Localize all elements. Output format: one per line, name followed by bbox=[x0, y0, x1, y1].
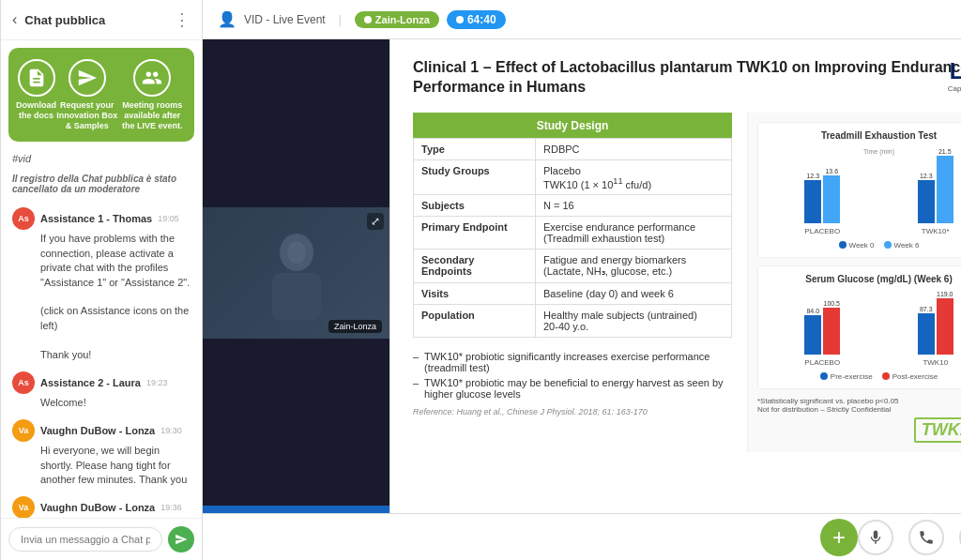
chart-area: Treadmill Exhaustion Test Time (min) 12.… bbox=[747, 113, 961, 452]
download-icon bbox=[18, 59, 55, 97]
timer-value: 64:40 bbox=[467, 13, 496, 26]
msg-avatar-2: As bbox=[12, 371, 35, 394]
table-row: Secondary Endpoints Fatigue and energy b… bbox=[414, 250, 732, 283]
footnote2: Not for distribution – Strictly Confiden… bbox=[757, 405, 961, 414]
separator: | bbox=[339, 13, 342, 26]
chart1-legend: Week 0 Week 6 bbox=[766, 241, 961, 250]
twk10-logo: TWK10 bbox=[914, 417, 961, 443]
person-icon: 👤 bbox=[218, 10, 236, 28]
legend-week6: Week 6 bbox=[884, 241, 920, 250]
row-subjects-value: N = 16 bbox=[536, 195, 732, 217]
table-header: Study Design bbox=[414, 113, 732, 138]
bullet-points: TWK10* probiotic significantly increases… bbox=[413, 351, 732, 400]
main-content: 👤 VID - Live Event | Zain-Lonza 64:40 ⋮ bbox=[203, 0, 961, 560]
msg-time-4: 19:36 bbox=[160, 503, 182, 512]
top-bar-left: 👤 VID - Live Event | Zain-Lonza 64:40 bbox=[218, 10, 506, 29]
row-secondary-label: Secondary Endpoints bbox=[414, 250, 536, 283]
back-button[interactable]: ‹ bbox=[12, 11, 17, 28]
footnote1: *Statistically significant vs. placebo p… bbox=[757, 397, 961, 405]
bar-group-twk10-1: 12.3 21.5 TWK10* bbox=[918, 148, 953, 235]
chart-footnotes: *Statistically significant vs. placebo p… bbox=[757, 397, 961, 414]
msg-text-3: Hi everyone, we will begin shortly. Plea… bbox=[40, 444, 191, 487]
bottom-bar: + bbox=[203, 513, 961, 560]
dots-menu-button[interactable]: ⋮ bbox=[174, 9, 191, 30]
bar-group-placebo1: 12.3 13.6 PLACEBO bbox=[804, 168, 840, 235]
video-inner: ⤢ Zain-Lonza bbox=[203, 207, 389, 339]
row-secondary-value: Fatigue and energy biomarkers(Lactate, N… bbox=[536, 250, 732, 283]
legend-post-label: Post-exercise bbox=[892, 372, 938, 381]
msg-avatar-1: As bbox=[12, 207, 35, 230]
row-type-label: Type bbox=[414, 138, 536, 159]
phone-button[interactable] bbox=[908, 520, 944, 555]
speaker-tag: Zain-Lonza bbox=[355, 11, 439, 28]
svg-point-2 bbox=[287, 241, 306, 264]
speaker-name: Zain-Lonza bbox=[375, 14, 430, 25]
bar-placebo-w0: 12.3 bbox=[804, 173, 821, 223]
table-row: Study Groups PlaceboTWK10 (1 × 1011 cfu/… bbox=[414, 159, 732, 195]
blue-bar bbox=[203, 506, 389, 513]
legend-week0-label: Week 0 bbox=[849, 241, 875, 250]
banner-innovation[interactable]: Request your Innovation Box & Samples bbox=[56, 59, 118, 130]
legend-week6-label: Week 6 bbox=[894, 241, 920, 250]
row-primary-value: Exercise endurance performance(Treadmill… bbox=[536, 217, 732, 250]
study-table: Study Design Type RDBPC Study Groups Pla… bbox=[413, 113, 732, 339]
msg-author-2: Assistance 2 - Laura bbox=[40, 377, 141, 388]
message-1: As Assistance 1 - Thomas 19:05 If you ha… bbox=[12, 207, 191, 362]
table-row: Visits Baseline (day 0) and week 6 bbox=[414, 283, 732, 305]
chat-banner: Download the docs Request your Innovatio… bbox=[8, 48, 194, 142]
chart1-title: Treadmill Exhaustion Test bbox=[766, 130, 961, 141]
msg-time-1: 19:05 bbox=[158, 214, 179, 223]
message-4: Va Vaughn DuBow - Lonza 19:36 Hi! bbox=[12, 496, 191, 518]
msg-time-3: 19:30 bbox=[160, 426, 182, 435]
message-3: Va Vaughn DuBow - Lonza 19:30 Hi everyon… bbox=[12, 419, 191, 487]
msg-time-2: 19:23 bbox=[146, 378, 168, 387]
hashtag-label: #vid bbox=[1, 149, 202, 168]
send-button[interactable] bbox=[168, 526, 194, 552]
chart2-bars: 84.0 100.5 PLACEBO bbox=[766, 292, 961, 367]
bullet-1: TWK10* probiotic significantly increases… bbox=[413, 351, 732, 373]
video-person bbox=[259, 226, 334, 320]
fab-button[interactable]: + bbox=[820, 519, 858, 556]
meeting-icon bbox=[133, 59, 171, 97]
banner-innovation-label: Request your Innovation Box & Samples bbox=[56, 100, 118, 130]
table-row: Population Healthy male subjects (untrai… bbox=[414, 305, 732, 338]
content-area: ⤢ Zain-Lonza Clinical 1 – Effect of Lact… bbox=[203, 39, 961, 513]
chat-input[interactable] bbox=[8, 527, 162, 552]
row-visits-label: Visits bbox=[414, 283, 536, 305]
lonza-brand: Lonza bbox=[948, 58, 961, 84]
table-row: Primary Endpoint Exercise endurance perf… bbox=[414, 217, 732, 250]
msg-author-4: Vaughn DuBow - Lonza bbox=[40, 502, 155, 513]
chat-panel-title: Chat pubblica bbox=[24, 13, 174, 27]
bullet-2: TWK10* probiotic may be beneficial to en… bbox=[413, 377, 732, 400]
chart1-bars: 12.3 13.6 PLACEBO bbox=[766, 160, 961, 235]
speaker-dot bbox=[364, 16, 372, 23]
legend-pre-label: Pre-exercise bbox=[831, 372, 873, 381]
row-type-value: RDBPC bbox=[536, 138, 732, 159]
bar-twk10-post: 119.0 bbox=[937, 291, 953, 355]
row-visits-value: Baseline (day 0) and week 6 bbox=[536, 283, 732, 305]
moderation-notice: Il registro della Chat pubblica è stato … bbox=[1, 168, 202, 200]
msg-author-3: Vaughn DuBow - Lonza bbox=[40, 425, 155, 436]
msg-text-1: If you have problems with the connection… bbox=[40, 232, 191, 362]
send-icon bbox=[69, 59, 106, 97]
msg-avatar-4: Va bbox=[12, 496, 35, 518]
chart2-legend: Pre-exercise Post-exercise bbox=[766, 372, 961, 381]
bar-twk10-w6: 21.5 bbox=[937, 148, 953, 223]
banner-download[interactable]: Download the docs bbox=[16, 59, 56, 130]
bar-group-twk10-2: 87.3 119.0 TWK10 bbox=[918, 291, 953, 367]
timer: 64:40 bbox=[447, 10, 506, 29]
chat-input-area bbox=[1, 518, 202, 560]
table-row: Type RDBPC bbox=[414, 138, 732, 159]
message-2: As Assistance 2 - Laura 19:23 Welcome! bbox=[12, 371, 191, 410]
slide-title: Clinical 1 – Effect of Lactobacillus pla… bbox=[413, 58, 961, 98]
bar-twk10-w0: 12.3 bbox=[918, 173, 935, 223]
row-population-value: Healthy male subjects (untrained)20-40 y… bbox=[536, 305, 732, 338]
mic-button[interactable] bbox=[858, 520, 893, 555]
chart2-title: Serum Glucose (mg/dL) (Week 6) bbox=[766, 274, 961, 284]
bar-placebo-post: 100.5 bbox=[823, 300, 840, 355]
banner-meeting[interactable]: Meeting rooms available after the LIVE e… bbox=[118, 59, 187, 130]
expand-button[interactable]: ⤢ bbox=[367, 213, 384, 230]
messages-area: As Assistance 1 - Thomas 19:05 If you ha… bbox=[1, 200, 202, 518]
slide-area: Clinical 1 – Effect of Lactobacillus pla… bbox=[390, 39, 961, 513]
video-name-label: Zain-Lonza bbox=[328, 320, 382, 333]
